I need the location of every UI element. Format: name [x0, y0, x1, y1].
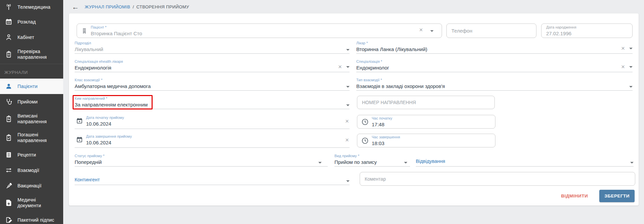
chevron-down-icon[interactable] — [346, 180, 350, 182]
status-select[interactable]: Статус прийому * Попередній — [75, 154, 328, 167]
chevron-down-icon[interactable] — [629, 48, 633, 49]
appointment-form-card: Пацієнт * Вторинка Пацієнт Сто × Дата на… — [69, 13, 639, 206]
sidebar-item-redeemed-referrals[interactable]: Погашені направлення — [0, 128, 63, 147]
chevron-down-icon[interactable] — [629, 86, 633, 88]
calendar-icon — [76, 117, 83, 126]
sidebar-item-label: Перевірка направлення — [17, 49, 60, 60]
sidebar-item-batch-signature[interactable]: Пакетний підпис — [0, 212, 63, 224]
sidebar-item-vaccinations[interactable]: Вакцинації — [0, 178, 63, 193]
sidebar-item-label: Взаємодії — [17, 168, 39, 173]
calendar-icon — [4, 18, 13, 26]
division-select[interactable]: Підрозділ Лікувальний — [75, 41, 350, 54]
field-label: Контингент — [75, 177, 100, 182]
patient-select[interactable]: Пацієнт * Вторинка Пацієнт Сто × — [77, 24, 442, 38]
chevron-down-icon[interactable] — [318, 162, 322, 164]
comment-field[interactable] — [360, 172, 635, 186]
end-date-field[interactable]: Дата завершення прийому 10.06.2024 × — [75, 134, 350, 148]
sidebar-item-appointments[interactable]: Прийоми — [0, 94, 63, 109]
topbar: ← ЖУРНАЛ ПРИЙОМІВ / СТВОРЕННЯ ПРИЙОМУ — [63, 0, 644, 13]
chevron-down-icon[interactable] — [430, 30, 434, 32]
field-label: Дата завершення прийому — [86, 134, 132, 139]
back-arrow-icon[interactable]: ← — [72, 3, 79, 10]
breadcrumb: ЖУРНАЛ ПРИЙОМІВ / СТВОРЕННЯ ПРИЙОМУ — [85, 4, 189, 9]
comment-input[interactable] — [360, 176, 635, 182]
clear-icon[interactable]: × — [345, 138, 349, 142]
end-time-field[interactable]: Час завершення 18:03 — [357, 134, 495, 147]
sidebar-item-label: Кабінет — [17, 35, 34, 40]
referral-number-input[interactable] — [357, 100, 494, 105]
start-date-field[interactable]: Дата початку прийому 10.06.2024 × — [75, 115, 350, 129]
sidebar-section-journals: ЖУРНАЛИ — [0, 64, 63, 79]
sidebar-item-referral-check[interactable]: Перевірка направлення — [0, 45, 63, 64]
sidebar-item-recipes[interactable]: Рецепти — [0, 147, 63, 163]
save-button[interactable]: ЗБЕРЕГТИ — [599, 190, 635, 202]
sidebar-item-label: Телемедицина — [17, 4, 50, 10]
field-value: За направленням електронним — [75, 101, 350, 108]
chevron-down-icon[interactable] — [404, 162, 407, 164]
calendar-icon — [76, 136, 83, 144]
main-content: ← ЖУРНАЛ ПРИЙОМІВ / СТВОРЕННЯ ПРИЙОМУ Па… — [63, 0, 644, 224]
clipboard-check-icon — [4, 134, 13, 141]
clipboard-pulse-icon — [4, 115, 13, 123]
field-label: Ким направлений * — [75, 96, 350, 101]
clear-icon[interactable]: × — [338, 64, 342, 69]
page-title: СТВОРЕННЯ ПРИЙОМУ — [136, 4, 189, 9]
interaction-type-select[interactable]: Тип взаємодії * Взаємодія в закладі охор… — [356, 78, 633, 91]
sidebar-item-interactions[interactable]: Взаємодії — [0, 163, 63, 178]
field-value: 18:03 — [372, 140, 400, 146]
specialization-select[interactable]: Спеціалізація * Ендокринолог × — [356, 59, 633, 72]
field-value: Вторинна Ланка (Лікувальний) — [356, 46, 633, 52]
clear-icon[interactable]: × — [419, 28, 423, 32]
field-value: Ендокринолог — [356, 64, 633, 71]
doctor-select[interactable]: Лікар * Вторинна Ланка (Лікувальний) × — [356, 41, 633, 54]
sidebar-item-telemedicine[interactable]: Телемедицина — [0, 0, 63, 14]
building-icon — [81, 28, 88, 34]
start-time-field[interactable]: Час початку 17:48 — [357, 115, 495, 129]
chevron-down-icon[interactable] — [630, 162, 634, 164]
sidebar-item-medical-documents[interactable]: Медичні документи — [0, 193, 63, 212]
referred-by-select[interactable]: Ким направлений * За направленням електр… — [75, 96, 350, 109]
referral-number-field[interactable] — [357, 96, 495, 109]
clear-icon[interactable]: × — [621, 64, 625, 69]
phone-field[interactable] — [446, 24, 536, 38]
sidebar-item-label: Розклад — [17, 19, 36, 25]
interaction-class-select[interactable]: Клас взаємодії * Амбулаторна медична доп… — [75, 78, 350, 91]
field-label: Час завершення — [372, 135, 400, 139]
chevron-down-icon[interactable] — [346, 49, 350, 51]
field-label: Підрозділ — [75, 41, 350, 45]
ehealth-specialization-select[interactable]: Спеціалізація ehealth лікаря Ендокриноло… — [75, 59, 350, 72]
sidebar-item-cabinet[interactable]: Кабінет — [0, 30, 63, 45]
field-label: Час початку — [372, 116, 392, 121]
sidebar-item-label: Пацієнти — [17, 84, 38, 89]
form-actions: ВІДМІНИТИ ЗБЕРЕГТИ — [561, 189, 635, 202]
chevron-down-icon[interactable] — [346, 86, 350, 88]
field-label: Тип взаємодії * — [356, 78, 633, 82]
chevron-down-icon[interactable] — [629, 66, 633, 68]
sidebar-item-label: Погашені направлення — [17, 132, 60, 143]
sidebar-item-issued-referrals[interactable]: Виписані направлення — [0, 109, 63, 128]
contingent-select[interactable]: Контингент — [75, 172, 350, 185]
field-value: Ендокринологія — [75, 64, 350, 71]
field-value: 10.06.2024 — [86, 121, 124, 127]
sidebar-item-schedule[interactable]: Розклад — [0, 14, 63, 30]
chevron-down-icon[interactable] — [346, 66, 350, 68]
field-label: Вид прийому * — [334, 154, 410, 158]
visit-kind-select[interactable]: Вид прийому * Прийом по запису — [334, 154, 410, 167]
chevron-down-icon[interactable] — [346, 104, 350, 106]
field-label: Статус прийому * — [75, 154, 328, 158]
cancel-button[interactable]: ВІДМІНИТИ — [561, 193, 588, 198]
field-value: Лікувальний — [75, 46, 350, 52]
clear-icon[interactable]: × — [621, 46, 625, 51]
sidebar-item-patients[interactable]: Пацієнти — [0, 79, 63, 94]
field-label: Дата початку прийому — [86, 116, 124, 120]
swap-arrows-icon — [4, 167, 13, 174]
phone-input[interactable] — [447, 28, 536, 34]
document-plus-icon — [4, 199, 13, 207]
field-value: 27.02.1996 — [546, 30, 576, 37]
visiting-select[interactable]: Відвідування — [416, 154, 634, 167]
birth-date-field: Дата народження 27.02.1996 — [541, 24, 633, 38]
breadcrumb-journal-link[interactable]: ЖУРНАЛ ПРИЙОМІВ — [85, 4, 130, 9]
syringe-icon — [4, 182, 13, 189]
clear-icon[interactable]: × — [345, 119, 349, 124]
field-value: 10.06.2024 — [86, 139, 132, 146]
